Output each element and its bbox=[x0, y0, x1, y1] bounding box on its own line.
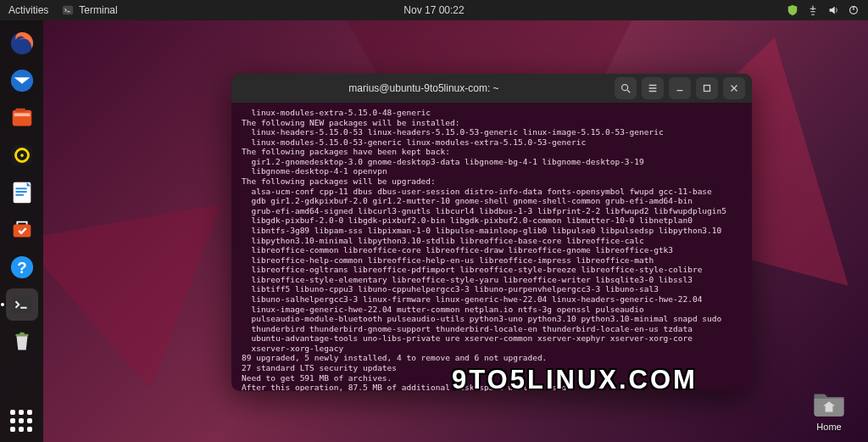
maximize-button[interactable] bbox=[696, 77, 718, 99]
search-icon bbox=[620, 82, 632, 94]
terminal-titlebar[interactable]: marius@ubuntu-9to5linux-com: ~ bbox=[231, 74, 752, 103]
svg-rect-0 bbox=[63, 6, 73, 15]
svg-rect-13 bbox=[15, 194, 23, 196]
dock-item-terminal[interactable] bbox=[6, 288, 38, 321]
dock-item-help[interactable]: ? bbox=[6, 251, 38, 283]
trash-icon bbox=[9, 329, 35, 355]
terminal-title: marius@ubuntu-9to5linux-com: ~ bbox=[238, 82, 609, 94]
dock-item-files[interactable] bbox=[6, 102, 38, 134]
svg-rect-4 bbox=[12, 110, 31, 126]
dock: ? bbox=[0, 20, 43, 442]
ubuntu-software-icon bbox=[9, 217, 35, 243]
active-app-indicator[interactable]: Terminal bbox=[62, 4, 117, 16]
folder-icon bbox=[811, 388, 847, 418]
dock-item-rhythmbox[interactable] bbox=[6, 139, 38, 171]
close-button[interactable] bbox=[723, 77, 745, 99]
svg-text:?: ? bbox=[17, 259, 26, 277]
desktop-home-label: Home bbox=[816, 422, 841, 432]
activities-button[interactable]: Activities bbox=[8, 4, 48, 16]
power-icon bbox=[848, 4, 860, 16]
dock-item-firefox[interactable] bbox=[6, 27, 38, 59]
svg-rect-6 bbox=[14, 113, 30, 116]
svg-rect-17 bbox=[11, 296, 31, 314]
shield-icon bbox=[787, 4, 798, 16]
desktop-home-folder[interactable]: Home bbox=[805, 388, 853, 432]
svg-rect-11 bbox=[15, 187, 26, 189]
thunderbird-icon bbox=[9, 68, 35, 93]
svg-rect-19 bbox=[19, 333, 25, 335]
terminal-icon bbox=[62, 4, 74, 16]
rhythmbox-icon bbox=[9, 143, 35, 168]
terminal-window: marius@ubuntu-9to5linux-com: ~ linux-mod… bbox=[231, 74, 752, 391]
maximize-icon bbox=[701, 82, 713, 94]
svg-rect-12 bbox=[15, 191, 26, 193]
terminal-menu-button[interactable] bbox=[642, 77, 664, 99]
files-icon bbox=[9, 105, 35, 131]
help-icon: ? bbox=[9, 255, 35, 280]
terminal-icon bbox=[9, 292, 35, 317]
terminal-search-button[interactable] bbox=[615, 77, 637, 99]
top-bar: Activities Terminal Nov 17 00:22 bbox=[0, 0, 868, 20]
firefox-icon bbox=[9, 31, 35, 56]
svg-point-9 bbox=[20, 154, 24, 157]
svg-rect-5 bbox=[15, 109, 25, 112]
close-icon bbox=[728, 82, 740, 94]
svg-rect-14 bbox=[13, 224, 31, 237]
watermark: 9TO5LINUX.COM bbox=[452, 365, 698, 395]
minimize-button[interactable] bbox=[669, 77, 691, 99]
dock-item-software[interactable] bbox=[6, 214, 38, 246]
system-status-area[interactable] bbox=[787, 4, 868, 16]
terminal-output[interactable]: linux-modules-extra-5.15.0-48-generic Th… bbox=[231, 103, 752, 391]
dock-item-thunderbird[interactable] bbox=[6, 64, 38, 97]
network-icon bbox=[807, 4, 819, 16]
hamburger-icon bbox=[647, 82, 659, 94]
dock-item-trash[interactable] bbox=[6, 326, 38, 358]
svg-rect-21 bbox=[704, 86, 710, 92]
show-applications-button[interactable] bbox=[10, 410, 34, 434]
active-app-name: Terminal bbox=[79, 4, 117, 16]
dock-item-writer[interactable] bbox=[6, 176, 38, 209]
volume-icon bbox=[827, 4, 839, 16]
minimize-icon bbox=[674, 82, 686, 94]
clock[interactable]: Nov 17 00:22 bbox=[403, 4, 464, 16]
libreoffice-writer-icon bbox=[9, 180, 35, 205]
svg-point-20 bbox=[622, 85, 628, 91]
